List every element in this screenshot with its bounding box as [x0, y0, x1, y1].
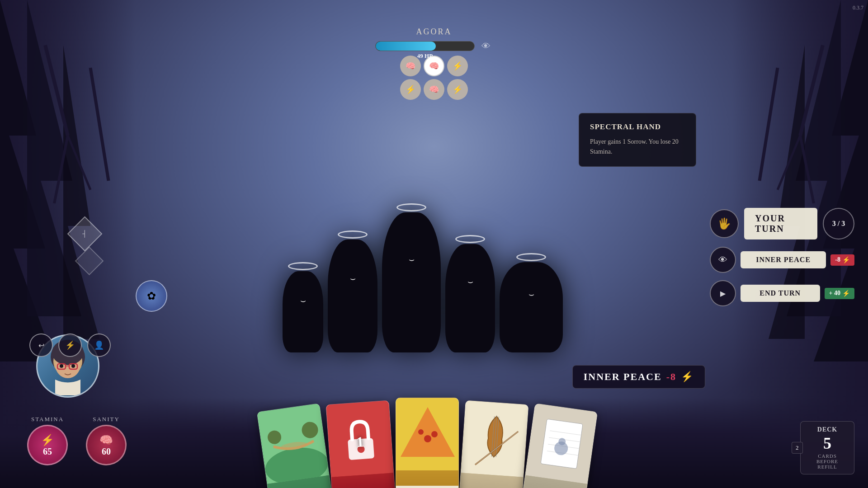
- enemy-info-eye-icon[interactable]: 👁: [479, 39, 493, 53]
- end-turn-label: END TURN: [760, 289, 801, 297]
- diamond-icon-2[interactable]: [75, 247, 104, 276]
- player-diamond-decorations: ┤: [72, 221, 99, 271]
- card-pizza-art: [396, 398, 459, 470]
- inner-peace-badge-value: -8: [835, 256, 840, 263]
- inner-peace-badge: -8 ⚡: [830, 254, 854, 266]
- svg-point-27: [418, 429, 424, 435]
- sanity-value: 60: [102, 446, 111, 457]
- svg-point-28: [431, 431, 438, 437]
- your-turn-text-box: YOUR TURN: [744, 208, 817, 239]
- inner-peace-notification-text: INNER PEACE: [584, 371, 662, 383]
- back-icon-button[interactable]: ↩: [29, 333, 53, 357]
- orb-flower-icon[interactable]: ✿: [136, 280, 167, 312]
- end-turn-action-row: ▶ END TURN + 40 ⚡: [710, 280, 854, 306]
- sanity-circle: 🧠 60: [86, 425, 127, 465]
- inner-peace-icon[interactable]: 👁: [710, 247, 736, 273]
- right-panel: 🖐 YOUR TURN 3 / 3 👁 INNER PEACE -8 ⚡ ▶ E…: [710, 208, 854, 306]
- deck-side-number: 2: [792, 442, 803, 454]
- lightning-icon-button[interactable]: ⚡: [58, 333, 82, 357]
- card-hand: ⚡0 ⚡ Hammock ⚡5 ⚡ 1 lock ⚡0 �: [158, 380, 696, 488]
- inner-peace-label: INNER PEACE: [756, 256, 811, 264]
- intent-icon-5: 🧠: [424, 79, 444, 100]
- diamond-icon-1[interactable]: ┤: [67, 216, 103, 252]
- enemy-figure-2: [328, 239, 377, 352]
- enemy-figure-5: [500, 262, 563, 352]
- enemy-group: [283, 212, 563, 352]
- end-turn-badge-value: + 40: [829, 290, 840, 297]
- tooltip-description: Player gains 1 Sorrow. You lose 20 Stami…: [590, 137, 685, 157]
- enemy-figure-3: [382, 212, 441, 352]
- card-lock[interactable]: ⚡5 ⚡ 1 lock: [326, 400, 396, 488]
- card-hammock[interactable]: ⚡0 ⚡ Hammock: [257, 403, 333, 488]
- enemy-hp-bar-container: 49 HP 👁: [375, 39, 493, 53]
- end-turn-badge-icon: ⚡: [842, 290, 850, 297]
- intent-icon-4: ⚡: [400, 79, 421, 100]
- sanity-icon: 🧠: [99, 434, 113, 446]
- svg-point-16: [71, 364, 75, 368]
- ability-tooltip: SPECTRAL HAND Player gains 1 Sorrow. You…: [579, 113, 696, 167]
- stamina-value: 65: [43, 446, 52, 457]
- stamina-circle: ⚡ 65: [27, 425, 68, 465]
- stamina-label: STAMINA: [31, 416, 64, 423]
- svg-point-26: [424, 435, 431, 442]
- version-label: 0.3.7: [853, 5, 863, 11]
- tooltip-title: SPECTRAL HAND: [590, 122, 685, 131]
- stats-row: STAMINA ⚡ 65 SANITY 🧠 60: [27, 416, 127, 465]
- sanity-label: SANITY: [93, 416, 120, 423]
- card-violin-art: [461, 401, 529, 477]
- your-turn-bar: 🖐 YOUR TURN 3 / 3: [710, 208, 854, 239]
- stamina-icon: ⚡: [41, 434, 54, 446]
- enemy-figure-1: [283, 271, 323, 352]
- inner-peace-badge-icon: ⚡: [842, 256, 850, 264]
- enemy-name: AGORA: [416, 27, 452, 37]
- player-action-icons: ↩ ⚡ 👤: [29, 333, 111, 357]
- inner-peace-notification: INNER PEACE -8 ⚡: [572, 365, 705, 389]
- end-turn-badge: + 40 ⚡: [825, 288, 854, 299]
- deck-count: 5: [823, 435, 831, 451]
- enemy-intents-grid: 🧠 🧠 ⚡ ⚡ 🧠 ⚡: [400, 56, 468, 100]
- card-violin[interactable]: ⚡0 👁 Violin: [458, 400, 528, 488]
- card-hammock-art: [257, 404, 330, 484]
- intent-icon-6: ⚡: [447, 79, 468, 100]
- enemy-hp-bar-fill: [376, 42, 436, 51]
- deck-panel: 2 DECK 5 CARDS BEFORE REFILL: [800, 421, 854, 474]
- card-lock-number: 1: [356, 433, 364, 450]
- card-pizza[interactable]: ⚡0 👁 Pizza: [396, 398, 459, 488]
- card-count-circle: 3 / 3: [823, 208, 854, 239]
- person-icon-button[interactable]: 👤: [87, 333, 111, 357]
- end-turn-icon[interactable]: ▶: [710, 280, 736, 306]
- stamina-block: STAMINA ⚡ 65: [27, 416, 68, 465]
- your-turn-text: YOUR TURN: [755, 213, 807, 234]
- svg-point-15: [60, 364, 63, 368]
- sanity-block: SANITY 🧠 60: [86, 416, 127, 465]
- deck-title: DECK: [817, 426, 837, 433]
- hand-icon-circle[interactable]: 🖐: [710, 209, 739, 238]
- card-homework-art: [525, 404, 598, 484]
- end-turn-button[interactable]: END TURN: [741, 285, 820, 302]
- enemy-hud: AGORA 49 HP 👁 🧠 🧠 ⚡ ⚡ 🧠 ⚡: [375, 27, 493, 100]
- card-homework[interactable]: ⚡0 👁 Homework with kids: [521, 403, 598, 488]
- inner-peace-notification-value: -8: [666, 371, 676, 383]
- inner-peace-notification-icon: ⚡: [681, 371, 694, 383]
- enemy-hp-bar-bg: [375, 41, 475, 51]
- enemy-figure-4: [445, 244, 495, 352]
- inner-peace-action-row: 👁 INNER PEACE -8 ⚡: [710, 247, 854, 273]
- deck-sub-label: CARDS BEFORE REFILL: [816, 453, 838, 469]
- enemy-hp-text: 49 HP: [375, 51, 475, 61]
- card-pizza-bottom: Pizza: [396, 486, 458, 488]
- inner-peace-button[interactable]: INNER PEACE: [741, 251, 826, 268]
